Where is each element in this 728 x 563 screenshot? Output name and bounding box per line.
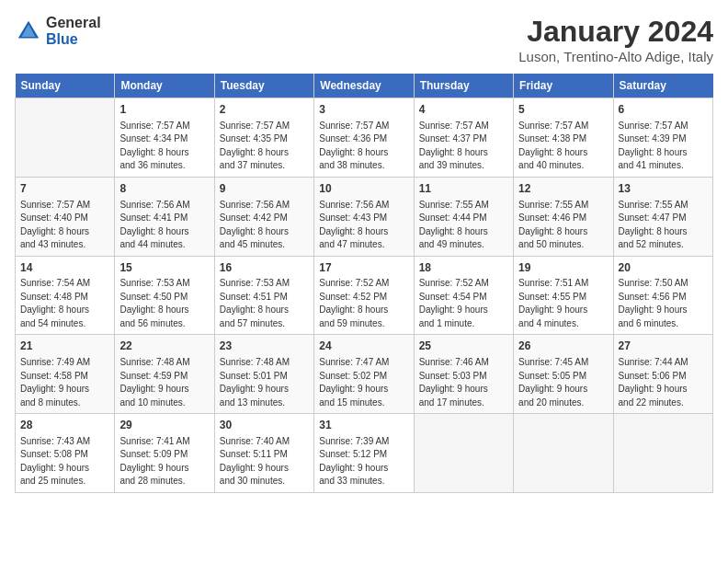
day-number: 29 (119, 418, 209, 433)
calendar-day: 9Sunrise: 7:56 AM Sunset: 4:42 PM Daylig… (214, 177, 313, 256)
calendar-day: 30Sunrise: 7:40 AM Sunset: 5:11 PM Dayli… (214, 414, 313, 493)
calendar-day: 16Sunrise: 7:53 AM Sunset: 4:51 PM Dayli… (214, 256, 313, 335)
day-number: 19 (518, 260, 608, 276)
day-number: 11 (419, 181, 508, 197)
day-number: 8 (119, 181, 209, 197)
day-info: Sunrise: 7:52 AM Sunset: 4:52 PM Dayligh… (319, 277, 408, 330)
header-wednesday: Wednesday (314, 74, 414, 98)
header: General Blue January 2024 Luson, Trentin… (15, 15, 713, 64)
day-number: 21 (20, 339, 109, 354)
calendar-day: 26Sunrise: 7:45 AM Sunset: 5:05 PM Dayli… (514, 335, 613, 414)
day-info: Sunrise: 7:57 AM Sunset: 4:34 PM Dayligh… (119, 120, 209, 173)
day-info: Sunrise: 7:52 AM Sunset: 4:54 PM Dayligh… (419, 277, 508, 330)
calendar-day: 5Sunrise: 7:57 AM Sunset: 4:38 PM Daylig… (514, 98, 613, 178)
header-tuesday: Tuesday (214, 74, 313, 98)
logo: General Blue (15, 15, 101, 48)
location: Luson, Trentino-Alto Adige, Italy (518, 49, 713, 64)
day-info: Sunrise: 7:49 AM Sunset: 4:58 PM Dayligh… (20, 356, 109, 409)
day-info: Sunrise: 7:47 AM Sunset: 5:02 PM Dayligh… (319, 356, 408, 409)
calendar-day: 15Sunrise: 7:53 AM Sunset: 4:50 PM Dayli… (115, 256, 214, 335)
header-sunday: Sunday (16, 74, 115, 98)
day-number: 30 (220, 418, 309, 433)
day-number: 4 (419, 102, 508, 118)
calendar-day: 7Sunrise: 7:57 AM Sunset: 4:40 PM Daylig… (16, 177, 115, 256)
month-title: January 2024 (518, 15, 713, 49)
day-info: Sunrise: 7:57 AM Sunset: 4:40 PM Dayligh… (20, 199, 109, 252)
calendar-day: 18Sunrise: 7:52 AM Sunset: 4:54 PM Dayli… (414, 256, 513, 335)
calendar-day: 12Sunrise: 7:55 AM Sunset: 4:46 PM Dayli… (514, 177, 613, 256)
day-info: Sunrise: 7:46 AM Sunset: 5:03 PM Dayligh… (419, 356, 508, 409)
day-info: Sunrise: 7:57 AM Sunset: 4:37 PM Dayligh… (419, 120, 508, 173)
day-info: Sunrise: 7:44 AM Sunset: 5:06 PM Dayligh… (619, 356, 708, 409)
day-number: 16 (220, 260, 309, 276)
calendar-day (16, 98, 115, 178)
day-number: 14 (20, 260, 109, 276)
day-number: 10 (319, 181, 408, 197)
calendar-week-row: 7Sunrise: 7:57 AM Sunset: 4:40 PM Daylig… (16, 177, 713, 256)
day-info: Sunrise: 7:57 AM Sunset: 4:38 PM Dayligh… (518, 120, 608, 173)
day-number: 5 (518, 102, 608, 118)
day-number: 3 (319, 102, 408, 118)
calendar-day: 24Sunrise: 7:47 AM Sunset: 5:02 PM Dayli… (314, 335, 414, 414)
calendar-day: 27Sunrise: 7:44 AM Sunset: 5:06 PM Dayli… (613, 335, 712, 414)
day-number: 12 (518, 181, 608, 197)
title-area: January 2024 Luson, Trentino-Alto Adige,… (518, 15, 713, 64)
calendar-day: 1Sunrise: 7:57 AM Sunset: 4:34 PM Daylig… (115, 98, 214, 178)
calendar-week-row: 14Sunrise: 7:54 AM Sunset: 4:48 PM Dayli… (16, 256, 713, 335)
calendar-day: 8Sunrise: 7:56 AM Sunset: 4:41 PM Daylig… (115, 177, 214, 256)
calendar-day: 23Sunrise: 7:48 AM Sunset: 5:01 PM Dayli… (214, 335, 313, 414)
day-number: 20 (619, 260, 708, 276)
calendar-day: 19Sunrise: 7:51 AM Sunset: 4:55 PM Dayli… (514, 256, 613, 335)
day-info: Sunrise: 7:39 AM Sunset: 5:12 PM Dayligh… (319, 435, 408, 488)
calendar-week-row: 21Sunrise: 7:49 AM Sunset: 4:58 PM Dayli… (16, 335, 713, 414)
calendar-week-row: 1Sunrise: 7:57 AM Sunset: 4:34 PM Daylig… (16, 98, 713, 178)
day-info: Sunrise: 7:57 AM Sunset: 4:35 PM Dayligh… (220, 120, 309, 173)
day-info: Sunrise: 7:55 AM Sunset: 4:47 PM Dayligh… (619, 199, 708, 252)
day-number: 6 (619, 102, 708, 118)
calendar-day: 22Sunrise: 7:48 AM Sunset: 4:59 PM Dayli… (115, 335, 214, 414)
calendar-day: 6Sunrise: 7:57 AM Sunset: 4:39 PM Daylig… (613, 98, 712, 178)
day-info: Sunrise: 7:43 AM Sunset: 5:08 PM Dayligh… (20, 435, 109, 488)
header-thursday: Thursday (414, 74, 513, 98)
day-number: 9 (220, 181, 309, 197)
logo-blue-text: Blue (46, 31, 101, 48)
day-info: Sunrise: 7:51 AM Sunset: 4:55 PM Dayligh… (518, 277, 608, 330)
calendar-day: 28Sunrise: 7:43 AM Sunset: 5:08 PM Dayli… (16, 414, 115, 493)
day-number: 15 (119, 260, 209, 276)
day-info: Sunrise: 7:57 AM Sunset: 4:36 PM Dayligh… (319, 120, 408, 173)
day-info: Sunrise: 7:53 AM Sunset: 4:51 PM Dayligh… (220, 277, 309, 330)
calendar-day: 17Sunrise: 7:52 AM Sunset: 4:52 PM Dayli… (314, 256, 414, 335)
calendar-day: 25Sunrise: 7:46 AM Sunset: 5:03 PM Dayli… (414, 335, 513, 414)
calendar-day: 10Sunrise: 7:56 AM Sunset: 4:43 PM Dayli… (314, 177, 414, 256)
day-info: Sunrise: 7:56 AM Sunset: 4:43 PM Dayligh… (319, 199, 408, 252)
calendar-header-row: SundayMondayTuesdayWednesdayThursdayFrid… (16, 74, 713, 98)
calendar-day: 3Sunrise: 7:57 AM Sunset: 4:36 PM Daylig… (314, 98, 414, 178)
calendar-week-row: 28Sunrise: 7:43 AM Sunset: 5:08 PM Dayli… (16, 414, 713, 493)
day-info: Sunrise: 7:48 AM Sunset: 4:59 PM Dayligh… (119, 356, 209, 409)
day-info: Sunrise: 7:50 AM Sunset: 4:56 PM Dayligh… (619, 277, 708, 330)
day-info: Sunrise: 7:57 AM Sunset: 4:39 PM Dayligh… (619, 120, 708, 173)
day-number: 13 (619, 181, 708, 197)
day-number: 18 (419, 260, 508, 276)
calendar-day: 14Sunrise: 7:54 AM Sunset: 4:48 PM Dayli… (16, 256, 115, 335)
calendar-day: 31Sunrise: 7:39 AM Sunset: 5:12 PM Dayli… (314, 414, 414, 493)
day-number: 17 (319, 260, 408, 276)
logo-general-text: General (46, 15, 101, 31)
header-friday: Friday (514, 74, 613, 98)
calendar-day: 20Sunrise: 7:50 AM Sunset: 4:56 PM Dayli… (613, 256, 712, 335)
day-number: 2 (220, 102, 309, 118)
day-number: 25 (419, 339, 508, 354)
calendar-day: 29Sunrise: 7:41 AM Sunset: 5:09 PM Dayli… (115, 414, 214, 493)
calendar-day (414, 414, 513, 493)
day-number: 24 (319, 339, 408, 354)
day-number: 28 (20, 418, 109, 433)
calendar-day: 21Sunrise: 7:49 AM Sunset: 4:58 PM Dayli… (16, 335, 115, 414)
calendar-table: SundayMondayTuesdayWednesdayThursdayFrid… (15, 74, 713, 493)
logo-text: General Blue (46, 15, 101, 48)
calendar-day: 4Sunrise: 7:57 AM Sunset: 4:37 PM Daylig… (414, 98, 513, 178)
day-info: Sunrise: 7:41 AM Sunset: 5:09 PM Dayligh… (119, 435, 209, 488)
calendar-day: 2Sunrise: 7:57 AM Sunset: 4:35 PM Daylig… (214, 98, 313, 178)
day-number: 27 (619, 339, 708, 354)
calendar-day: 11Sunrise: 7:55 AM Sunset: 4:44 PM Dayli… (414, 177, 513, 256)
day-number: 7 (20, 181, 109, 197)
